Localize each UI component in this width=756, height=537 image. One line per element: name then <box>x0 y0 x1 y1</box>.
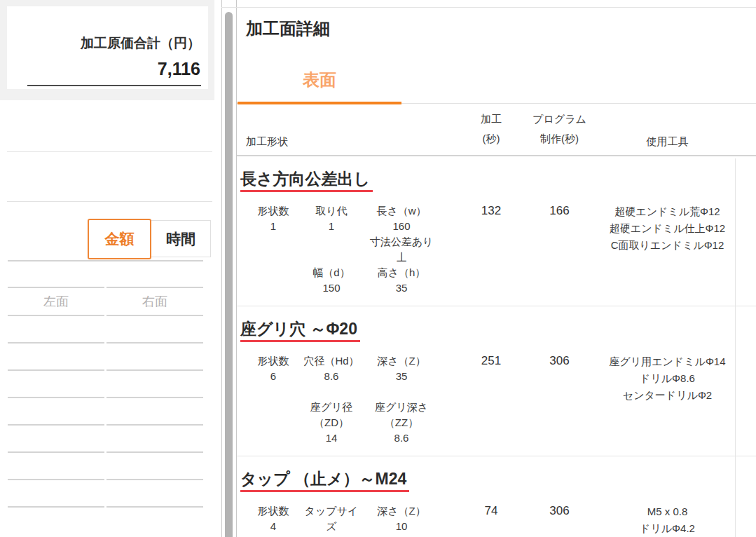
column-header-left-face: 左面 <box>8 288 104 316</box>
machining-seconds-value: 74 <box>463 503 519 519</box>
parameter-column: 形状数6 <box>247 353 300 446</box>
table-cell <box>106 480 203 508</box>
cost-summary-sidebar: 加工原価合計（円） 7,116 金額 時間 左面 右面 <box>0 0 222 537</box>
table-cell <box>106 344 203 371</box>
table-cell <box>106 371 203 398</box>
table-cell <box>8 426 104 453</box>
machining-seconds-value: 251 <box>463 353 519 369</box>
table-cell <box>8 261 104 288</box>
scrollbar-thumb[interactable] <box>225 12 233 537</box>
page-title: 加工面詳細 <box>246 19 756 39</box>
face-tabbar: 表面 <box>237 71 756 104</box>
table-cell <box>8 344 104 371</box>
machining-section: タップ （止メ）～M24形状数4タップサイズ(M)深さ（Z）1074306M5 … <box>237 456 756 537</box>
column-header-shape: 加工形状 <box>246 135 463 155</box>
shape-parameters: 形状数4タップサイズ(M)深さ（Z）10 <box>246 503 463 537</box>
parameter-line: 長さ（w） <box>363 203 440 219</box>
table-cell <box>106 453 203 480</box>
program-seconds-value: 166 <box>519 203 600 219</box>
section-heading: 長さ方向公差出し <box>240 170 373 192</box>
table-cell <box>106 426 203 453</box>
parameter-column: 深さ（Z）10 <box>363 503 440 537</box>
parameter-line: 160 <box>363 219 440 234</box>
right-face-label: 右面 <box>142 293 167 310</box>
parameter-line: 形状数 <box>247 503 300 519</box>
parameter-line: 形状数 <box>247 353 300 369</box>
section-row: 形状数4タップサイズ(M)深さ（Z）1074306M5 x 0.8ドリルΦ4.2 <box>237 503 756 537</box>
header-line: プログラム <box>519 109 600 129</box>
table-row <box>8 344 203 371</box>
parameter-line: 8.6 <box>363 430 440 446</box>
parameter-line: 寸法公差あり <box>363 234 440 250</box>
tool-item: センタードリルΦ2 <box>600 387 735 404</box>
tools-list: M5 x 0.8ドリルΦ4.2 <box>600 503 735 537</box>
tools-list: 超硬エンドミル荒Φ12超硬エンドミル仕上Φ12C面取りエンドミルΦ12 <box>600 203 735 254</box>
column-header-machining-seconds: 加工 (秒) <box>463 109 519 155</box>
column-header-program-seconds: プログラム 制作(秒) <box>519 109 600 155</box>
section-row: 形状数6穴径（Hd）8.6 座グリ径（ZD）14深さ（Z）35 座グリ深さ（ZZ… <box>237 353 756 446</box>
app: { "sidebar": { "summary": { "label": "加工… <box>0 0 756 537</box>
sidebar-divider <box>7 151 212 152</box>
table-row <box>8 398 203 426</box>
parameter-line: 8.6 <box>300 369 363 384</box>
table-right-border <box>735 158 736 537</box>
table-cell <box>8 316 104 344</box>
parameter-line: 6 <box>247 369 300 384</box>
machining-section: 座グリ穴 ～Φ20形状数6穴径（Hd）8.6 座グリ径（ZD）14深さ（Z）35… <box>237 306 756 456</box>
header-line: 制作(秒) <box>519 129 600 149</box>
parameter-line: 形状数 <box>247 203 300 219</box>
parameter-line: 深さ（Z） <box>363 503 440 519</box>
parameter-line: 深さ（Z） <box>363 353 440 369</box>
parameter-line: 4 <box>247 519 300 534</box>
table-row <box>8 316 203 344</box>
parameter-line: 150 <box>300 280 363 296</box>
section-row: 形状数1取り代1 幅（d）150長さ（w）160寸法公差あり⊥高さ（h）3513… <box>237 203 756 296</box>
parameter-line <box>300 234 363 250</box>
tool-item: 超硬エンドミル荒Φ12 <box>600 203 735 220</box>
table-cell <box>106 316 203 344</box>
tool-item: ドリルΦ8.6 <box>600 370 735 387</box>
vertical-scrollbar[interactable] <box>222 0 237 537</box>
tab-front-face[interactable]: 表面 <box>238 71 401 103</box>
tool-item: M5 x 0.8 <box>600 503 735 520</box>
machining-seconds-value: 132 <box>463 203 519 219</box>
machining-sections: 長さ方向公差出し形状数1取り代1 幅（d）150長さ（w）160寸法公差あり⊥高… <box>237 156 756 537</box>
total-cost-card: 加工原価合計（円） 7,116 <box>7 6 208 89</box>
time-toggle-button[interactable]: 時間 <box>151 220 211 257</box>
table-cell <box>8 371 104 398</box>
parameter-line: 取り代 <box>300 203 363 219</box>
parameter-column: 長さ（w）160寸法公差あり⊥高さ（h）35 <box>363 203 440 296</box>
table-row <box>8 453 203 480</box>
parameter-column: 形状数1 <box>247 203 300 296</box>
parameter-line <box>363 384 440 400</box>
table-header-row: 加工形状 加工 (秒) プログラム 制作(秒) 使用工具 <box>237 104 756 156</box>
table-cell <box>106 261 203 288</box>
header-line: 加工 <box>463 109 519 129</box>
parameter-line: 穴径（Hd） <box>300 353 363 369</box>
table-row <box>8 261 203 288</box>
perpendicularity-symbol: ⊥ <box>363 250 440 265</box>
parameter-column: 形状数4 <box>247 503 300 537</box>
parameter-line: 10 <box>363 519 440 534</box>
parameter-line: （ZZ） <box>363 415 440 430</box>
total-cost-label: 加工原価合計（円） <box>81 34 200 53</box>
parameter-line <box>300 384 363 400</box>
amount-toggle-button[interactable]: 金額 <box>88 219 151 259</box>
parameter-line: 14 <box>300 430 363 446</box>
parameter-line: 1 <box>300 219 363 234</box>
section-heading: 座グリ穴 ～Φ20 <box>240 320 360 342</box>
parameter-column: 深さ（Z）35 座グリ深さ（ZZ）8.6 <box>363 353 440 446</box>
program-seconds-value: 306 <box>519 503 600 519</box>
column-header-tools: 使用工具 <box>600 135 735 155</box>
machining-section: 長さ方向公差出し形状数1取り代1 幅（d）150長さ（w）160寸法公差あり⊥高… <box>237 156 756 306</box>
total-cost-underline <box>27 85 201 86</box>
parameter-line: 1 <box>247 219 300 234</box>
table-row <box>8 426 203 453</box>
sidebar-divider <box>7 201 212 202</box>
face-summary-table: 左面 右面 <box>8 260 203 508</box>
left-face-label: 左面 <box>43 293 69 310</box>
face-table-body <box>8 316 203 508</box>
face-table-header-row: 左面 右面 <box>8 288 203 316</box>
tools-list: 座グリ用エンドミルΦ14ドリルΦ8.6センタードリルΦ2 <box>600 353 735 404</box>
parameter-line: 座グリ深さ <box>363 400 440 415</box>
